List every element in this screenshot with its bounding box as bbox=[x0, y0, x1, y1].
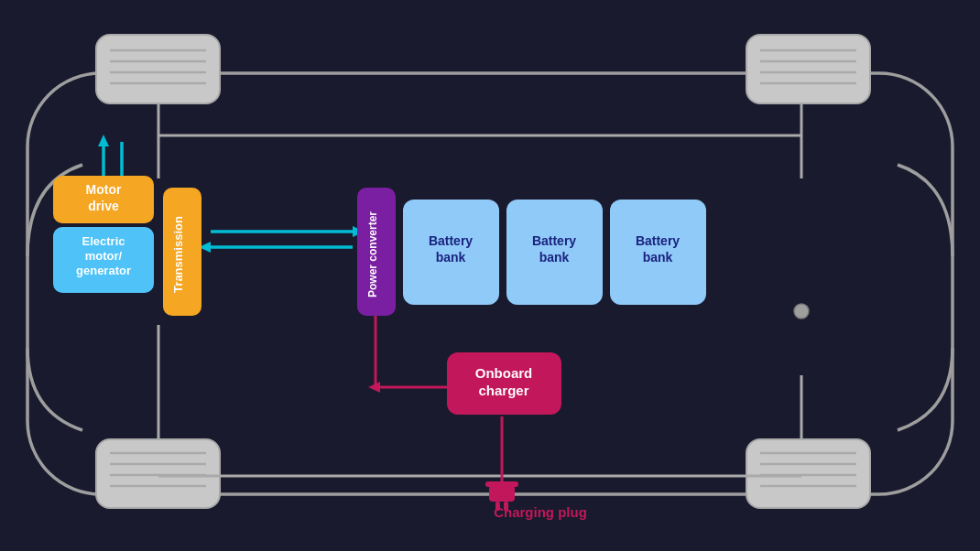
svg-text:Power converter: Power converter bbox=[366, 211, 379, 297]
svg-rect-43 bbox=[485, 481, 518, 487]
svg-text:bank: bank bbox=[539, 250, 570, 265]
svg-point-27 bbox=[794, 304, 809, 319]
svg-text:bank: bank bbox=[643, 250, 673, 265]
svg-text:Transmission: Transmission bbox=[171, 216, 185, 293]
svg-text:bank: bank bbox=[436, 250, 466, 265]
svg-rect-6 bbox=[746, 35, 870, 103]
svg-rect-11 bbox=[96, 439, 220, 508]
svg-marker-33 bbox=[98, 135, 109, 146]
svg-text:Motor: Motor bbox=[86, 182, 122, 197]
svg-text:generator: generator bbox=[76, 264, 131, 277]
svg-text:charger: charger bbox=[478, 383, 528, 398]
svg-text:Battery: Battery bbox=[429, 233, 473, 248]
svg-text:Electric: Electric bbox=[82, 234, 125, 248]
svg-rect-40 bbox=[489, 485, 515, 502]
svg-rect-1 bbox=[96, 35, 220, 103]
svg-rect-16 bbox=[746, 439, 870, 508]
diagram-container: Motor drive Electric motor/ generator Tr… bbox=[0, 0, 980, 551]
svg-text:Onboard: Onboard bbox=[475, 365, 533, 381]
svg-text:Battery: Battery bbox=[636, 233, 680, 248]
svg-text:drive: drive bbox=[88, 199, 119, 213]
svg-text:Charging plug: Charging plug bbox=[494, 504, 587, 520]
svg-text:Battery: Battery bbox=[532, 233, 576, 248]
svg-text:motor/: motor/ bbox=[85, 249, 123, 263]
